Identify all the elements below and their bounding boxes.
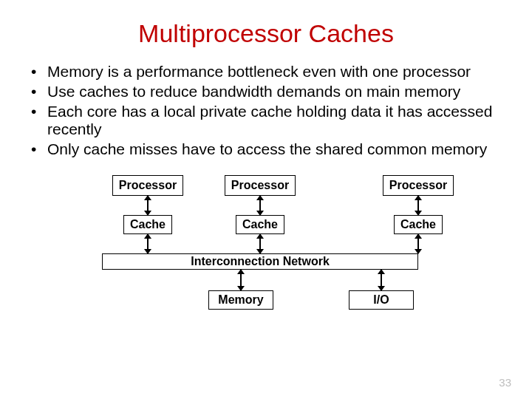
processor-box-1: Processor [112,175,183,196]
arrow-proc-cache-2 [259,196,261,215]
io-box: I/O [349,290,414,310]
bullet-item: Use caches to reduce bandwidth demands o… [47,83,510,101]
arrow-cache-net-2 [259,234,261,253]
arrow-proc-cache-1 [147,196,149,215]
cache-box-2: Cache [236,215,284,234]
arrow-cache-net-1 [147,234,149,253]
memory-box: Memory [208,290,273,310]
cache-box-1: Cache [123,215,172,234]
arrow-proc-cache-3 [417,196,419,215]
processor-box-3: Processor [383,175,454,196]
bullet-item: Each core has a local private cache hold… [47,103,510,140]
slide-title: Multiprocessor Caches [22,19,510,48]
arrow-net-memory [240,270,242,290]
slide: Multiprocessor Caches Memory is a perfor… [0,0,532,399]
interconnect-box: Interconnection Network [102,253,418,270]
cache-box-3: Cache [394,215,443,234]
arrow-net-io [381,270,382,290]
bullet-item: Memory is a performance bottleneck even … [47,63,510,81]
arrow-cache-net-3 [417,234,419,253]
bullet-list: Memory is a performance bottleneck even … [22,63,510,159]
processor-box-2: Processor [225,175,296,196]
page-number: 33 [499,376,511,389]
architecture-diagram: Processor Processor Processor Cache Cach… [59,175,473,345]
bullet-item: Only cache misses have to access the sha… [47,140,510,159]
